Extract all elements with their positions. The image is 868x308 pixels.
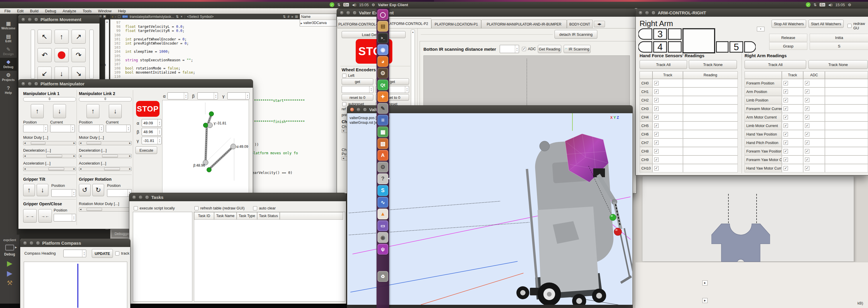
beta-value[interactable]: 48.96 — [142, 128, 162, 135]
debug-run-button[interactable]: ▶ — [0, 269, 19, 277]
link-current-value[interactable] — [106, 125, 130, 132]
acceleration-slider[interactable] — [79, 167, 132, 171]
compass-titlebar[interactable]: ✕—▢ Platform Compass — [20, 239, 130, 247]
hf-track-checkbox[interactable]: ✓ — [654, 106, 659, 111]
alpha-target-input[interactable] — [167, 92, 188, 99]
wheel-left-checkbox[interactable]: Left — [342, 73, 354, 78]
acceleration-slider[interactable] — [23, 167, 76, 171]
menu-help[interactable]: Help — [115, 8, 129, 14]
ar-track-checkbox[interactable]: ✓ — [783, 115, 788, 119]
maximize-icon[interactable]: ▢ — [34, 82, 38, 86]
tasks-col-3[interactable]: Task Type — [237, 212, 257, 220]
launcher-eclipse-javaee[interactable]: ⚙ — [377, 68, 388, 79]
tasks-col-empty[interactable] — [280, 212, 343, 220]
gripper-tilt-position[interactable] — [51, 189, 76, 197]
run-button[interactable]: ▶ — [0, 259, 19, 268]
ar-col-adc[interactable]: ADC — [803, 71, 825, 79]
tab-updown-icon[interactable]: ⇅ — [176, 15, 179, 19]
initial-position-button[interactable]: Initia — [810, 34, 868, 42]
mode-welcome[interactable]: ▦Welcome — [0, 19, 17, 32]
split-icons[interactable]: ⊞▣ — [99, 14, 106, 18]
menu-window[interactable]: Window — [95, 8, 115, 14]
launcher-ubuntu-dash[interactable]: ◯ — [377, 9, 388, 20]
ir-meter-value[interactable] — [500, 45, 519, 53]
maximize-icon[interactable]: ▢ — [36, 241, 40, 245]
mode-debug[interactable]: ❖Debug — [0, 58, 17, 71]
network-icon[interactable]: ⇅ — [813, 3, 817, 7]
session-gear-icon[interactable]: ⚙ — [848, 3, 851, 7]
tasks-titlebar[interactable]: ✕—▢ Tasks — [129, 193, 346, 201]
gripper-tilt-down-button[interactable]: ↓ — [37, 184, 49, 196]
secure-button[interactable]: S — [810, 42, 868, 50]
get-reading-button[interactable]: Get Reading — [538, 45, 561, 53]
hf-track-checkbox[interactable]: ✓ — [654, 98, 659, 102]
movement-rotate-cw-button[interactable]: ↷ — [71, 48, 86, 62]
hf-track-checkbox[interactable]: ✓ — [654, 89, 659, 94]
clock[interactable]: 15:05 — [835, 3, 845, 7]
launcher-files[interactable]: ▤ — [377, 21, 388, 32]
minimize-icon[interactable]: — — [138, 195, 143, 199]
maximize-icon[interactable]: ▢ — [34, 17, 38, 22]
overflow-icon[interactable]: » — [291, 15, 293, 19]
gamma-value[interactable]: -31.81 — [142, 137, 162, 144]
tab-scroll-arrows[interactable]: ◀▶ — [594, 21, 605, 27]
ar-adc-checkbox[interactable]: ✓ — [805, 149, 809, 153]
stepper-fragment[interactable]: ▶ — [702, 298, 708, 303]
menu-edit[interactable]: Edit — [14, 8, 27, 14]
close-icon[interactable]: ✕ — [132, 195, 136, 199]
tab-body-cont[interactable]: BODY-CONT — [567, 20, 593, 28]
movement-down-button[interactable]: ↓ — [55, 67, 69, 81]
launcher-video-editor[interactable]: ▭ — [377, 220, 388, 231]
link-down-button[interactable]: ↓ — [109, 104, 122, 118]
link-position-value[interactable] — [79, 125, 103, 132]
tab-platform-control-p1[interactable]: PLATFORM-CONTROL-P1 — [338, 20, 382, 28]
ar-track-checkbox[interactable]: ✓ — [783, 132, 788, 136]
menu-tools[interactable]: Tools — [80, 8, 95, 14]
close-icon[interactable]: ✕ — [639, 10, 643, 15]
tab-platform-control-p2[interactable]: PLATFORM-CONTROL-P2 — [382, 19, 431, 28]
launcher-firefox[interactable]: ◕ — [377, 56, 388, 67]
volume-icon[interactable]: ◀)) — [352, 3, 356, 6]
menu-analyze[interactable]: Analyze — [60, 8, 80, 14]
gripper-open-button[interactable]: ←→ — [23, 209, 37, 223]
gripper-tilt-up-button[interactable]: ↑ — [23, 184, 35, 196]
ar-adc-checkbox[interactable]: ✓ — [805, 115, 809, 119]
minimize-icon[interactable]: — — [645, 10, 649, 15]
execute-script-locally-checkbox[interactable]: execute script locally — [134, 206, 175, 210]
ar-adc-checkbox[interactable]: ✓ — [805, 81, 809, 85]
skype-status-icon[interactable]: ✓ — [330, 2, 334, 7]
launcher-terminal[interactable]: >_ — [377, 33, 388, 43]
movement-up-button[interactable]: ↑ — [55, 30, 69, 44]
link-position-value[interactable] — [23, 125, 48, 132]
deceleration-slider[interactable] — [23, 154, 76, 158]
minimize-icon[interactable]: — — [29, 241, 34, 245]
reset-left-encoder-button[interactable]: reset to 0 — [342, 94, 373, 101]
ar-track-checkbox[interactable]: ✓ — [783, 141, 788, 145]
hf-track-checkbox[interactable]: ✓ — [654, 81, 659, 85]
hf-track-checkbox[interactable]: ✓ — [654, 149, 659, 153]
launcher-disks[interactable]: ◉ — [377, 232, 388, 243]
clock[interactable]: 15:05 — [359, 3, 369, 7]
script-editor-area[interactable] — [133, 212, 192, 302]
hand-force-track-all-button[interactable]: Track All — [640, 60, 687, 69]
volume-icon[interactable]: ◀)) — [828, 3, 832, 6]
launcher-gimp[interactable]: ✎ — [377, 103, 388, 114]
hf-track-checkbox[interactable]: ✓ — [654, 123, 659, 128]
ar-track-checkbox[interactable]: ✓ — [783, 157, 788, 162]
ar-adc-checkbox[interactable]: ✓ — [805, 98, 809, 102]
hf-track-checkbox[interactable]: ✓ — [654, 141, 659, 145]
kit-selector[interactable]: ▶ — [5, 245, 14, 250]
arm-readings-track-none-button[interactable]: Track None — [808, 60, 868, 69]
mini-stepper-fragment[interactable]: ▾ — [757, 27, 765, 31]
maximize-icon[interactable]: ▢ — [352, 10, 357, 15]
tab-close-icon[interactable]: × — [181, 15, 183, 19]
detach-ir-scanning-button[interactable]: detach IR Scanning — [555, 30, 597, 39]
ar-adc-checkbox[interactable]: ✓ — [805, 106, 809, 111]
launcher-ubuntu-software[interactable]: A — [377, 150, 388, 161]
maximize-icon[interactable]: ▢ — [145, 195, 149, 199]
movement-stop-button[interactable] — [55, 48, 69, 62]
gripper-rotation-position[interactable] — [107, 189, 132, 197]
tab-platform-location-p1[interactable]: PLATFORM-LOCATION-P1 — [431, 20, 481, 28]
keyboard-indicator[interactable]: En — [343, 3, 349, 6]
launcher-libreoffice-writer[interactable]: ≡ — [377, 115, 388, 126]
